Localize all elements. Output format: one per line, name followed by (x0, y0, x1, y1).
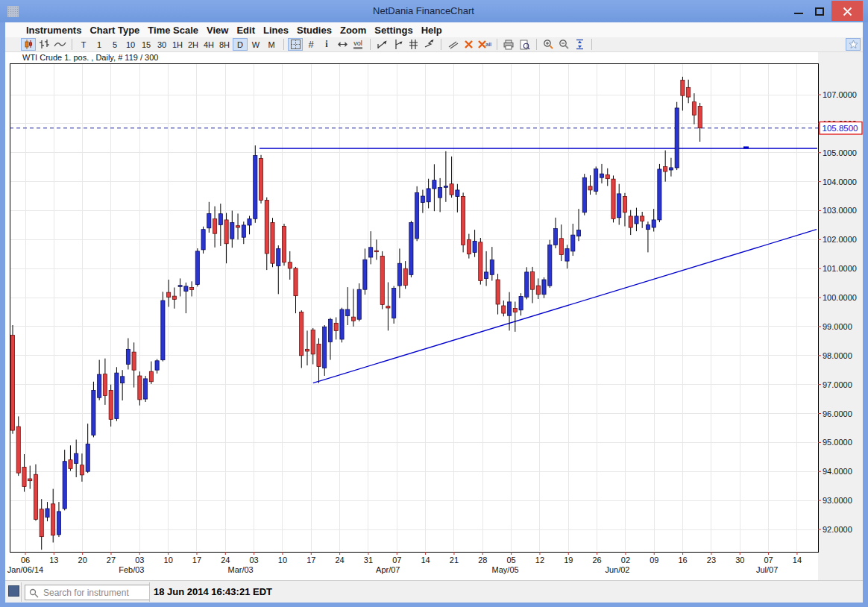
svg-text:102.0000: 102.0000 (823, 235, 857, 244)
svg-text:Feb/03: Feb/03 (119, 565, 144, 574)
svg-text:94.0000: 94.0000 (823, 467, 852, 476)
instrument-search-box[interactable] (25, 585, 150, 600)
svg-text:21: 21 (450, 556, 459, 564)
svg-text:05: 05 (506, 556, 515, 564)
svg-text:Jan/06/14: Jan/06/14 (7, 565, 43, 574)
svg-text:10: 10 (278, 556, 287, 564)
svg-text:105.8500: 105.8500 (823, 124, 858, 133)
svg-text:103.0000: 103.0000 (823, 206, 857, 215)
svg-text:09: 09 (650, 556, 658, 564)
svg-text:03: 03 (135, 556, 144, 564)
svg-text:Jun/02: Jun/02 (605, 565, 629, 574)
statusbar-divider-2 (149, 582, 150, 602)
svg-text:26: 26 (592, 556, 601, 564)
svg-text:16: 16 (678, 556, 687, 564)
svg-text:20: 20 (78, 556, 87, 564)
svg-text:105.0000: 105.0000 (823, 148, 857, 157)
svg-text:101.0000: 101.0000 (823, 264, 857, 273)
svg-text:Jul/07: Jul/07 (756, 565, 778, 574)
svg-text:12: 12 (535, 556, 544, 564)
connection-status-icon (8, 585, 19, 597)
svg-text:07: 07 (764, 556, 773, 564)
price-chart[interactable]: 107.0000106.0000105.0000104.0000103.0000… (0, 0, 868, 607)
svg-text:96.0000: 96.0000 (823, 409, 852, 418)
last-price-tag: 105.8500 (820, 122, 862, 135)
svg-text:07: 07 (392, 556, 401, 564)
svg-text:19: 19 (564, 556, 573, 564)
svg-text:100.0000: 100.0000 (823, 293, 857, 302)
svg-text:03: 03 (250, 556, 259, 564)
search-icon (29, 588, 39, 598)
svg-text:27: 27 (107, 556, 116, 564)
svg-text:31: 31 (364, 556, 373, 564)
svg-text:98.0000: 98.0000 (823, 351, 852, 360)
status-bar: 18 Jun 2014 16:43:21 EDT (5, 580, 863, 603)
svg-text:May/05: May/05 (492, 565, 519, 574)
svg-text:95.0000: 95.0000 (823, 438, 852, 447)
svg-text:93.0000: 93.0000 (823, 496, 852, 505)
svg-text:14: 14 (421, 556, 430, 564)
svg-text:14: 14 (793, 556, 802, 564)
svg-text:28: 28 (478, 556, 487, 564)
svg-text:10: 10 (164, 556, 173, 564)
svg-text:23: 23 (707, 556, 716, 564)
svg-text:107.0000: 107.0000 (823, 90, 857, 99)
instrument-search-input[interactable] (43, 586, 148, 599)
svg-text:17: 17 (306, 556, 315, 564)
svg-text:13: 13 (49, 556, 58, 564)
svg-text:92.0000: 92.0000 (823, 525, 852, 534)
statusbar-divider (21, 582, 22, 602)
svg-text:Apr/07: Apr/07 (376, 565, 400, 574)
svg-text:02: 02 (621, 556, 630, 564)
svg-text:24: 24 (336, 556, 345, 564)
statusbar-timestamp: 18 Jun 2014 16:43:21 EDT (154, 586, 272, 597)
resistance-line-handle[interactable] (743, 146, 749, 148)
svg-text:97.0000: 97.0000 (823, 380, 852, 389)
svg-text:17: 17 (192, 556, 201, 564)
svg-text:Mar/03: Mar/03 (228, 565, 254, 574)
svg-text:99.0000: 99.0000 (823, 322, 852, 331)
svg-text:24: 24 (221, 556, 230, 564)
svg-text:06: 06 (21, 556, 30, 564)
svg-text:104.0000: 104.0000 (823, 177, 857, 186)
x-axis: 0613202703101724031017243107142128051219… (7, 552, 802, 574)
svg-text:30: 30 (735, 556, 744, 564)
